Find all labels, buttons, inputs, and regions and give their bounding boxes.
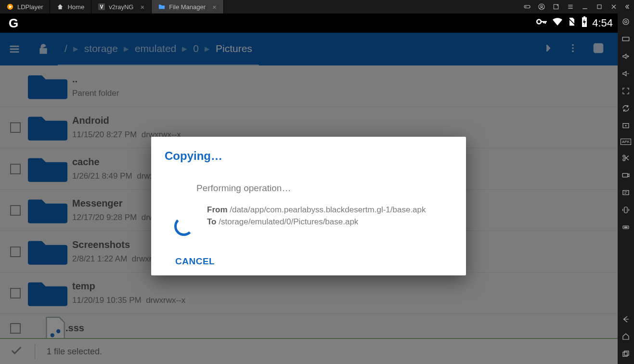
emulator-logo-tab[interactable]: LDPlayer	[0, 0, 50, 13]
svg-point-3	[541, 5, 543, 7]
dialog-detail: From /data/app/com.pearlabyss.blackdeser…	[207, 204, 426, 228]
apk-install-icon[interactable]: APK	[621, 139, 631, 145]
svg-rect-5	[597, 5, 601, 9]
svg-rect-19	[622, 37, 629, 41]
more-icon[interactable]	[621, 223, 630, 232]
svg-rect-30	[623, 352, 627, 356]
spinner-icon	[174, 217, 194, 236]
volume-up-icon[interactable]	[621, 52, 630, 61]
copy-dialog: Copying… Performing operation… From /dat…	[151, 137, 466, 275]
svg-rect-25	[624, 207, 627, 213]
svg-rect-31	[624, 351, 629, 355]
settings-gear-icon[interactable]	[621, 17, 630, 26]
close-window-icon[interactable]	[610, 3, 618, 11]
scissors-icon[interactable]	[621, 154, 630, 162]
emulator-side-toolbar: APK	[618, 13, 634, 364]
menu-lines-icon[interactable]	[567, 3, 574, 11]
gamepad-icon[interactable]	[523, 3, 531, 11]
fullscreen-icon[interactable]	[621, 87, 630, 95]
sync-icon[interactable]	[621, 104, 630, 113]
svg-point-28	[625, 227, 626, 228]
google-g-icon: G	[9, 16, 18, 31]
svg-rect-1	[524, 5, 530, 8]
svg-point-6	[537, 20, 541, 24]
clock-text: 4:54	[592, 17, 613, 29]
svg-rect-23	[622, 173, 628, 177]
shake-icon[interactable]	[621, 206, 630, 214]
svg-rect-26	[623, 226, 629, 229]
volume-down-icon[interactable]	[621, 69, 630, 78]
svg-rect-24	[623, 191, 629, 195]
battery-icon	[581, 16, 588, 30]
expand-icon[interactable]	[552, 3, 560, 11]
android-back-icon[interactable]	[621, 315, 630, 324]
vpn-key-icon	[535, 15, 548, 31]
minimize-icon[interactable]	[581, 3, 589, 11]
emulator-titlebar: LDPlayer Home V v2rayNG × File Manager ×	[0, 0, 634, 13]
svg-point-29	[626, 227, 627, 228]
dialog-title: Copying…	[165, 149, 453, 163]
video-record-icon[interactable]	[621, 171, 630, 180]
collapse-sidebar-icon[interactable]	[624, 3, 632, 11]
android-home-icon[interactable]	[621, 332, 630, 341]
emulator-name: LDPlayer	[17, 3, 43, 11]
multi-instance-icon[interactable]	[621, 121, 630, 130]
android-recents-icon[interactable]	[621, 350, 630, 358]
no-sim-icon	[567, 16, 577, 30]
tab-v2rayng[interactable]: V v2rayNG ×	[91, 0, 152, 13]
svg-rect-8	[583, 16, 585, 17]
close-icon[interactable]: ×	[140, 3, 144, 11]
wifi-icon	[552, 16, 563, 30]
cancel-button[interactable]: CANCEL	[175, 256, 215, 267]
maximize-icon[interactable]	[595, 3, 603, 11]
svg-point-17	[623, 19, 629, 25]
android-status-bar: G 4:54	[0, 13, 618, 33]
close-icon[interactable]: ×	[212, 3, 217, 11]
svg-point-27	[624, 227, 625, 228]
tab-home[interactable]: Home	[50, 0, 91, 13]
operation-record-icon[interactable]	[621, 188, 630, 197]
svg-point-18	[625, 21, 627, 23]
dialog-message: Performing operation…	[165, 183, 453, 194]
account-icon[interactable]	[538, 3, 545, 11]
tab-file-manager[interactable]: File Manager ×	[152, 0, 224, 13]
keyboard-icon[interactable]	[621, 35, 630, 43]
